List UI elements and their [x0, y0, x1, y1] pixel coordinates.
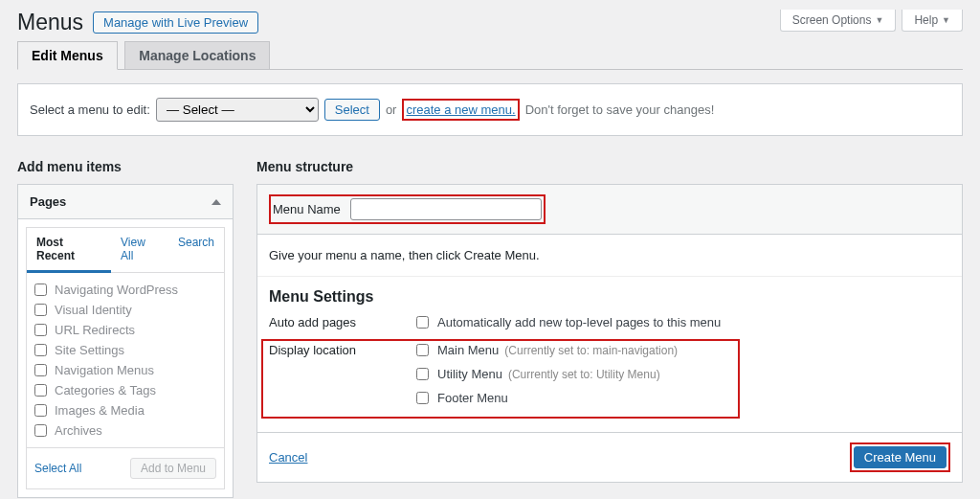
pages-accordion-header[interactable]: Pages — [18, 185, 233, 219]
auto-add-label: Auto add pages — [269, 313, 412, 329]
help-label: Help — [914, 13, 938, 27]
inner-tab-recent[interactable]: Most Recent — [27, 228, 111, 273]
or-text: or — [386, 102, 397, 117]
page-checkbox[interactable] — [34, 364, 47, 376]
location-main-label: Main Menu — [437, 343, 499, 357]
screen-options-toggle[interactable]: Screen Options ▼ — [780, 10, 897, 32]
chevron-down-icon: ▼ — [875, 15, 883, 25]
chevron-down-icon: ▼ — [942, 15, 950, 25]
location-main-checkbox[interactable] — [416, 344, 429, 356]
location-main-hint: (Currently set to: main-navigation) — [504, 344, 678, 357]
location-utility-hint: (Currently set to: Utility Menu) — [508, 368, 660, 381]
pages-list: Navigating WordPress Visual Identity URL… — [27, 273, 224, 447]
page-checkbox[interactable] — [34, 304, 47, 316]
list-item: Site Settings — [34, 343, 216, 357]
screen-options-label: Screen Options — [792, 13, 872, 27]
menu-name-input[interactable] — [350, 198, 542, 220]
manage-live-preview-button[interactable]: Manage with Live Preview — [93, 11, 258, 34]
add-to-menu-button[interactable]: Add to Menu — [130, 458, 216, 479]
create-menu-button[interactable]: Create Menu — [854, 446, 947, 468]
list-item: Navigation Menus — [34, 363, 216, 377]
location-utility-checkbox[interactable] — [416, 368, 429, 380]
page-checkbox[interactable] — [34, 324, 47, 336]
list-item: URL Redirects — [34, 323, 216, 337]
inner-tab-search[interactable]: Search — [168, 228, 224, 272]
menu-hint: Give your menu a name, then click Create… — [257, 235, 962, 276]
save-reminder: Don't forget to save your changes! — [525, 102, 715, 117]
menu-select-bar: Select a menu to edit: — Select — Select… — [17, 83, 963, 136]
chevron-up-icon — [212, 199, 221, 205]
list-item: Archives — [34, 423, 216, 438]
menu-settings-heading: Menu Settings — [269, 288, 950, 306]
add-items-heading: Add menu items — [17, 159, 234, 174]
pages-title: Pages — [30, 194, 66, 209]
select-all-link[interactable]: Select All — [34, 462, 81, 475]
page-checkbox[interactable] — [34, 424, 47, 437]
select-menu-label: Select a menu to edit: — [30, 102, 150, 117]
auto-add-checkbox[interactable] — [416, 316, 429, 329]
page-checkbox[interactable] — [34, 344, 47, 356]
menu-structure-heading: Menu structure — [256, 159, 963, 174]
location-utility-label: Utility Menu — [437, 367, 502, 381]
menu-select[interactable]: — Select — — [156, 98, 319, 122]
list-item: Navigating WordPress — [34, 283, 216, 297]
help-toggle[interactable]: Help ▼ — [902, 10, 963, 32]
page-checkbox[interactable] — [34, 284, 47, 296]
list-item: Categories & Tags — [34, 383, 216, 397]
tab-edit-menus[interactable]: Edit Menus — [17, 41, 118, 70]
page-title: Menus — [17, 10, 83, 35]
page-checkbox[interactable] — [34, 404, 47, 417]
create-new-menu-link[interactable]: create a new menu. — [406, 102, 515, 117]
menu-structure-panel: Menu Name Give your menu a name, then cl… — [256, 184, 963, 483]
pages-accordion: Pages Most Recent View All Search Naviga… — [17, 184, 234, 498]
inner-tab-view-all[interactable]: View All — [111, 228, 168, 272]
cancel-link[interactable]: Cancel — [269, 450, 307, 465]
list-item: Images & Media — [34, 403, 216, 418]
auto-add-text: Automatically add new top-level pages to… — [437, 315, 721, 329]
tab-manage-locations[interactable]: Manage Locations — [124, 41, 270, 70]
page-checkbox[interactable] — [34, 384, 47, 397]
select-button[interactable]: Select — [324, 99, 380, 121]
location-footer-checkbox[interactable] — [416, 392, 429, 404]
display-location-label: Display location — [269, 341, 412, 357]
list-item: Visual Identity — [34, 303, 216, 317]
menu-name-label: Menu Name — [273, 202, 341, 216]
location-footer-label: Footer Menu — [437, 391, 508, 405]
